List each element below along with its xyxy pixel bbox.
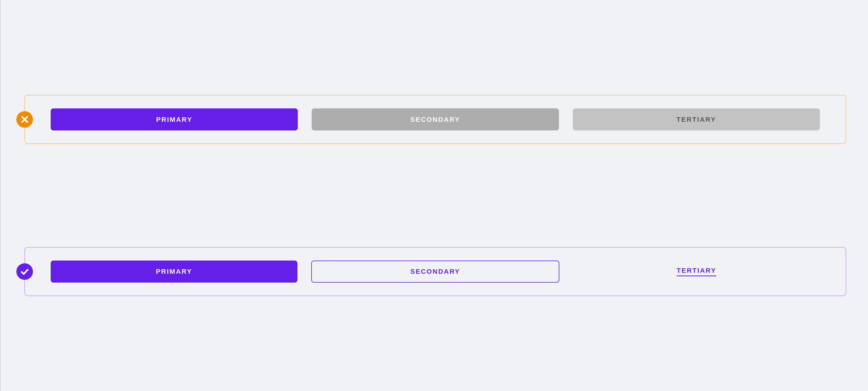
bad-example-panel: PRIMARY SECONDARY TERTIARY [24,95,846,144]
good-tertiary-label: TERTIARY [677,267,716,276]
good-tertiary-button[interactable]: TERTIARY [573,261,820,283]
good-primary-button[interactable]: PRIMARY [51,261,298,283]
bad-secondary-button[interactable]: SECONDARY [312,108,559,130]
check-icon [17,263,33,280]
good-secondary-button[interactable]: SECONDARY [311,261,559,283]
bad-tertiary-button[interactable]: TERTIARY [573,108,820,130]
cross-icon [17,111,33,128]
good-example-panel: PRIMARY SECONDARY TERTIARY [24,247,846,296]
bad-primary-button[interactable]: PRIMARY [51,108,298,130]
